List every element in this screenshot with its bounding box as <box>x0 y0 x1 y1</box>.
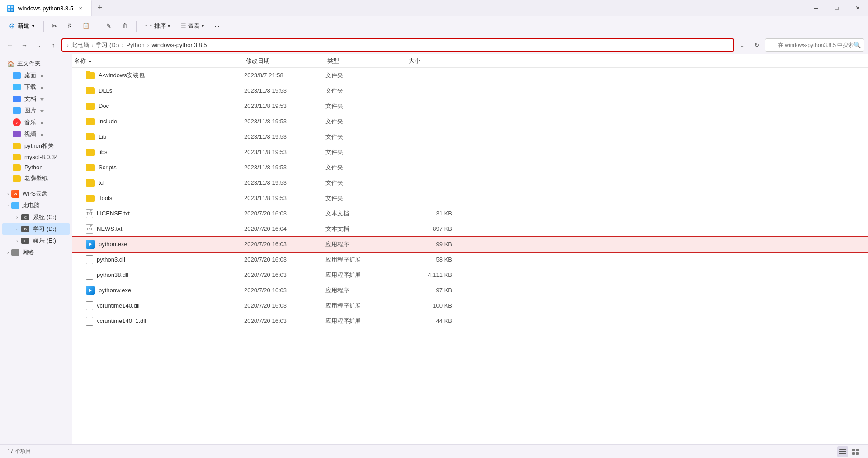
file-date-cell: 2020/7/20 16:03 <box>244 256 326 263</box>
table-row[interactable]: vcruntime140.dll 2020/7/20 16:03 应用程序扩展 … <box>72 298 868 313</box>
new-tab-button[interactable]: + <box>92 0 108 16</box>
col-header-type[interactable]: 类型 <box>326 56 407 66</box>
table-row[interactable]: tcl 2023/11/8 19:53 文件夹 <box>72 175 868 191</box>
copy-button[interactable]: ⎘ <box>63 20 76 32</box>
breadcrumb-python[interactable]: Python <box>126 42 144 48</box>
table-row[interactable]: include 2023/11/8 19:53 文件夹 <box>72 114 868 129</box>
sidebar-item-images[interactable]: 图片 ★ <box>2 105 70 117</box>
table-row[interactable]: vcruntime140_1.dll 2020/7/20 16:03 应用程序扩… <box>72 313 868 329</box>
table-row[interactable]: Doc 2023/11/8 19:53 文件夹 <box>72 98 868 114</box>
file-name: DLLs <box>99 87 112 94</box>
list-view-button[interactable] <box>837 446 848 457</box>
sidebar-item-c-drive[interactable]: › C 系统 (C:) <box>2 211 70 223</box>
col-header-name[interactable]: 名称 ▲ <box>72 56 244 66</box>
dll-icon <box>86 317 93 326</box>
file-name: python3.dll <box>97 256 125 263</box>
recent-button[interactable]: ⌄ <box>33 39 45 51</box>
table-row[interactable]: libs 2023/11/8 19:53 文件夹 <box>72 145 868 160</box>
forward-button[interactable]: → <box>18 39 31 51</box>
file-name: NEWS.txt <box>97 225 122 232</box>
maximize-button[interactable]: □ <box>826 0 847 16</box>
active-tab[interactable]: windows-python3.8.5 ✕ <box>0 0 92 16</box>
sidebar-item-python-related[interactable]: python相关 <box>2 140 70 152</box>
more-button[interactable]: ··· <box>210 20 224 32</box>
up-button[interactable]: ↑ <box>47 39 60 51</box>
sidebar: 🏠 主文件夹 桌面 ★ 下载 ★ 文档 ★ 图片 ★ ♪ 音乐 ★ <box>0 54 72 444</box>
table-row[interactable]: DLLs 2023/11/8 19:53 文件夹 <box>72 83 868 98</box>
close-button[interactable]: ✕ <box>847 0 868 16</box>
sidebar-desktop-label: 桌面 <box>24 71 36 79</box>
sidebar-item-docs[interactable]: 文档 ★ <box>2 93 70 105</box>
table-row[interactable]: python3.dll 2020/7/20 16:03 应用程序扩展 58 KB <box>72 252 868 267</box>
pc-chevron-expanded: › <box>5 205 10 206</box>
tab-close-button[interactable]: ✕ <box>77 5 84 12</box>
table-row[interactable]: TXT NEWS.txt 2020/7/20 16:04 文本文档 897 KB <box>72 221 868 237</box>
cut-button[interactable]: ✂ <box>47 20 61 32</box>
table-row[interactable]: TXT LICENSE.txt 2020/7/20 16:03 文本文档 31 … <box>72 206 868 221</box>
main-area: 🏠 主文件夹 桌面 ★ 下载 ★ 文档 ★ 图片 ★ ♪ 音乐 ★ <box>0 54 868 444</box>
video-icon <box>13 131 21 137</box>
paste-button[interactable]: 📋 <box>78 20 94 32</box>
sidebar-network[interactable]: › 网络 <box>2 247 70 258</box>
table-row[interactable]: Tools 2023/11/8 19:53 文件夹 <box>72 191 868 206</box>
sidebar-item-music[interactable]: ♪ 音乐 ★ <box>2 117 70 128</box>
file-type-cell: 文件夹 <box>326 71 407 79</box>
file-list: A-windows安装包 2023/8/7 21:58 文件夹 DLLs 202… <box>72 68 868 444</box>
sidebar-item-d-drive[interactable]: › D 学习 (D:) <box>2 223 70 235</box>
sort-button[interactable]: ↑ ↑ 排序 ▾ <box>140 20 175 33</box>
breadcrumb-drive[interactable]: 学习 (D:) <box>96 41 119 49</box>
sidebar-item-python[interactable]: Python <box>2 162 70 173</box>
rename-button[interactable]: ✎ <box>102 20 116 32</box>
breadcrumb-current[interactable]: windows-python3.8.5 <box>151 42 207 48</box>
back-button[interactable]: ← <box>4 39 16 51</box>
table-row[interactable]: python38.dll 2020/7/20 16:03 应用程序扩展 4,11… <box>72 267 868 283</box>
table-row[interactable]: A-windows安装包 2023/8/7 21:58 文件夹 <box>72 68 868 83</box>
sidebar-item-wallpaper[interactable]: 老薛壁纸 <box>2 173 70 184</box>
grid-view-button[interactable] <box>850 446 861 457</box>
delete-button[interactable]: 🗑 <box>118 20 132 32</box>
sort-label: ↑ 排序 <box>150 22 166 30</box>
view-controls <box>837 446 861 457</box>
sidebar-video-label: 视频 <box>24 130 36 138</box>
folder-icon-wallpaper <box>13 175 21 182</box>
address-bar[interactable]: › 此电脑 › 学习 (D:) › Python › windows-pytho… <box>61 38 734 52</box>
table-row[interactable]: ▶ python.exe 2020/7/20 16:03 应用程序 99 KB <box>72 237 868 252</box>
folder-icon-python <box>13 164 21 171</box>
file-name-cell: Lib <box>72 133 244 140</box>
sidebar-item-desktop[interactable]: 桌面 ★ <box>2 70 70 81</box>
file-date-cell: 2020/7/20 16:03 <box>244 271 326 278</box>
refresh-button[interactable]: ↻ <box>750 39 763 51</box>
sidebar-item-video[interactable]: 视频 ★ <box>2 128 70 140</box>
table-row[interactable]: Lib 2023/11/8 19:53 文件夹 <box>72 129 868 145</box>
table-row[interactable]: ▶ pythonw.exe 2020/7/20 16:03 应用程序 97 KB <box>72 283 868 298</box>
col-header-date[interactable]: 修改日期 <box>244 56 326 66</box>
minimize-button[interactable]: ─ <box>806 0 826 16</box>
search-input[interactable] <box>765 38 864 52</box>
item-count: 17 个项目 <box>7 448 31 455</box>
sep3: › <box>147 42 149 48</box>
sidebar-item-mysql[interactable]: mysql-8.0.34 <box>2 152 70 162</box>
table-row[interactable]: Scripts 2023/11/8 19:53 文件夹 <box>72 160 868 175</box>
sidebar-python-related-label: python相关 <box>24 142 54 150</box>
download-icon <box>13 84 21 90</box>
sidebar-item-e-drive[interactable]: › E 娱乐 (E:) <box>2 235 70 247</box>
sidebar-main-folder[interactable]: 🏠 主文件夹 <box>2 58 70 70</box>
images-icon <box>13 107 21 114</box>
sidebar-this-pc[interactable]: › 此电脑 <box>2 200 70 211</box>
file-date-cell: 2023/11/8 19:53 <box>244 149 326 155</box>
dropdown-button[interactable]: ⌄ <box>736 39 749 51</box>
svg-rect-2 <box>8 9 10 11</box>
exe-icon: ▶ <box>86 286 95 295</box>
breadcrumb-pc[interactable]: 此电脑 <box>71 41 89 49</box>
folder-icon <box>86 87 95 94</box>
col-header-size[interactable]: 大小 <box>407 56 461 66</box>
file-date-cell: 2020/7/20 16:03 <box>244 318 326 324</box>
sidebar-item-download[interactable]: 下载 ★ <box>2 81 70 93</box>
file-type-cell: 应用程序 <box>326 240 407 248</box>
sidebar-wps-cloud[interactable]: › W WPS云盘 <box>2 188 70 200</box>
sort-dropdown-icon: ▾ <box>168 23 170 28</box>
e-drive-icon: E <box>21 238 29 244</box>
col-name-label: 名称 <box>74 57 86 65</box>
view-button[interactable]: ☰ 查看 ▾ <box>176 20 208 33</box>
new-button[interactable]: ⊕ 新建 ▾ <box>4 19 40 33</box>
